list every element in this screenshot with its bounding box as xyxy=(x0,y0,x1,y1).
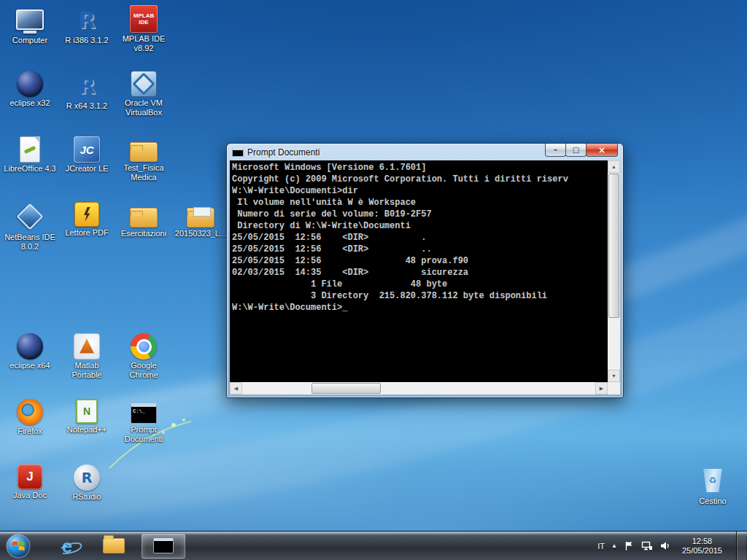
console-line: Copyright (c) 2009 Microsoft Corporation… xyxy=(232,174,605,185)
console[interactable]: Microsoft Windows [Versione 6.1.7601]Cop… xyxy=(230,160,620,394)
libreoffice-icon xyxy=(20,136,40,163)
maximize-button[interactable]: □ xyxy=(565,144,587,157)
folder-icon xyxy=(130,142,158,162)
desktop-icon-label: R i386 3.1.2 xyxy=(59,36,115,45)
desktop-icon-google-chrome[interactable]: Google Chrome xyxy=(115,331,172,397)
desktop-icon-label: MPLAB IDE v8.92 xyxy=(116,34,171,53)
desktop-icon-libreoffice-43[interactable]: LibreOffice 4.3 xyxy=(1,134,58,200)
desktop-icon-label: Prompt Documenti xyxy=(116,425,171,444)
desktop-icon-java-doc[interactable]: JJava Doc xyxy=(1,462,58,528)
flag-icon xyxy=(624,540,635,551)
volume-button[interactable] xyxy=(659,540,671,551)
desktop-icon-r-i386-312[interactable]: RR i386 3.1.2 xyxy=(58,3,115,69)
r-icon: R xyxy=(72,5,101,34)
close-button[interactable]: × xyxy=(586,144,618,157)
desktop-icon-20150323-l[interactable]: 20150323_L... xyxy=(172,200,229,265)
firefox-icon xyxy=(17,399,43,425)
cmd-window-title: Prompt Documenti xyxy=(247,147,320,158)
console-line: 25/05/2015 12:56 48 prova.f90 xyxy=(232,255,605,267)
recycle-bin-icon: ♻ xyxy=(703,469,723,492)
desktop-icon-label: NetBeans IDE 8.0.2 xyxy=(2,233,58,252)
desktop-icon-esercitazioni[interactable]: Esercitazioni xyxy=(115,200,172,265)
speaker-icon xyxy=(659,540,671,551)
scroll-up-button[interactable]: ▲ xyxy=(608,160,620,173)
desktop-icon-notepad-plus-plus[interactable]: NNotepad++ xyxy=(58,397,115,462)
language-indicator[interactable]: IT xyxy=(597,542,605,551)
console-output[interactable]: Microsoft Windows [Versione 6.1.7601]Cop… xyxy=(232,162,605,380)
network-icon xyxy=(641,540,653,551)
taskbar-explorer-button[interactable] xyxy=(95,534,133,559)
network-button[interactable] xyxy=(641,540,653,551)
r-icon: R xyxy=(72,71,101,100)
hidden-icons-button[interactable]: ▲ xyxy=(611,542,617,549)
desktop-icon-eclipse-x32[interactable]: eclipse x32 xyxy=(1,69,58,134)
desktop-icon-test-fisica-medica[interactable]: Test_Fisica Medica xyxy=(115,134,172,200)
desktop-icon-label: Google Chrome xyxy=(116,361,171,380)
start-button[interactable] xyxy=(0,532,36,560)
horizontal-scrollbar[interactable]: ◀ ▶ xyxy=(230,382,608,394)
desktop-icon-label: RStudio xyxy=(59,492,115,502)
desktop-icon-computer[interactable]: Computer xyxy=(1,3,58,69)
vertical-scrollbar[interactable]: ▲ ▼ xyxy=(608,160,620,382)
system-tray: IT ▲ 12:58 25/05/2015 xyxy=(597,532,747,560)
desktop-icon-prompt-documenti[interactable]: C:\_Prompt Documenti xyxy=(115,397,172,462)
desktop-icon-label: eclipse x32 xyxy=(2,98,58,108)
netbeans-icon xyxy=(15,202,44,231)
minimize-button[interactable]: – xyxy=(545,144,566,157)
desktop-icon-label: Test_Fisica Medica xyxy=(116,163,171,182)
clock[interactable]: 12:58 25/05/2015 xyxy=(678,537,727,556)
action-center-button[interactable] xyxy=(624,540,635,551)
clock-time: 12:58 xyxy=(682,537,722,546)
show-desktop-button[interactable] xyxy=(736,532,746,560)
console-line: Il volume nell'unità W è Workspace xyxy=(232,197,605,209)
desktop-icon-netbeans-ide-802[interactable]: NetBeans IDE 8.0.2 xyxy=(1,200,58,265)
desktop-icon-label: eclipse x64 xyxy=(2,361,58,370)
explorer-folder-icon xyxy=(103,538,125,553)
desktop-icon-mplab-ide[interactable]: MPLAB IDEMPLAB IDE v8.92 xyxy=(115,3,172,69)
mplab-icon: MPLAB IDE xyxy=(130,5,158,33)
desktop-icon-rstudio[interactable]: RRStudio xyxy=(58,462,115,528)
desktop-icon-label: JCreator LE xyxy=(59,164,115,174)
console-line: 25/05/2015 12:56 <DIR> . xyxy=(232,232,605,244)
scroll-left-button[interactable]: ◀ xyxy=(230,382,242,394)
console-window-icon[interactable] xyxy=(232,147,244,157)
cmd-titlebar[interactable]: Prompt Documenti – □ × xyxy=(227,144,623,160)
taskbar-cmd-button[interactable] xyxy=(142,534,185,559)
desktop-icon-firefox[interactable]: Firefox xyxy=(1,397,58,462)
scroll-down-button[interactable]: ▼ xyxy=(608,370,620,382)
console-line: 1 File 48 byte xyxy=(232,279,605,290)
desktop-icon-label: Esercitazioni xyxy=(116,229,171,238)
console-line: Microsoft Windows [Versione 6.1.7601] xyxy=(232,162,605,174)
eclipse-icon xyxy=(17,71,43,97)
vertical-scroll-thumb[interactable] xyxy=(608,174,619,318)
desktop-icon-label: Lettore PDF xyxy=(59,228,115,238)
window-caption-buttons: – □ × xyxy=(546,144,618,157)
rstudio-icon: R xyxy=(74,464,100,491)
scroll-right-button[interactable]: ▶ xyxy=(595,382,608,394)
desktop-icons: ComputerRR i386 3.1.2MPLAB IDEMPLAB IDE … xyxy=(1,3,229,528)
desktop-icon-matlab-portable[interactable]: Matlab Portable xyxy=(58,331,115,397)
desktop-icon-jcreator-le[interactable]: JCJCreator LE xyxy=(58,134,115,200)
desktop-icon-cestino[interactable]: ♻ Cestino xyxy=(684,464,741,506)
matlab-icon xyxy=(74,333,100,359)
desktop-icon-label: R x64 3.1.2 xyxy=(59,101,115,111)
console-line: Directory di W:\W-Write\Documenti xyxy=(232,220,605,232)
prompt-icon: C:\_ xyxy=(131,403,157,424)
taskbar: e IT ▲ xyxy=(0,531,747,560)
desktop-icon-oracle-vm-virtualbox[interactable]: Oracle VM VirtualBox xyxy=(115,69,172,134)
console-icon xyxy=(153,538,174,553)
desktop-icon-label: Notepad++ xyxy=(59,425,115,435)
taskbar-ie-button[interactable]: e xyxy=(48,534,86,559)
desktop-icon-r-x64-312[interactable]: RR x64 3.1.2 xyxy=(58,69,115,134)
cmd-window: Prompt Documenti – □ × Microsoft Windows… xyxy=(226,143,624,398)
desktop-icon-label: Cestino xyxy=(685,497,740,506)
desktop-icon-label: Java Doc xyxy=(2,491,58,500)
taskbar-items: e xyxy=(48,532,185,560)
desktop[interactable]: ComputerRR i386 3.1.2MPLAB IDEMPLAB IDE … xyxy=(0,0,747,531)
console-line: 25/05/2015 12:56 <DIR> .. xyxy=(232,244,605,255)
desktop-icon-label: Computer xyxy=(2,36,58,45)
desktop-icon-eclipse-x64[interactable]: eclipse x64 xyxy=(1,331,58,397)
desktop-icon-lettore-pdf[interactable]: Lettore PDF xyxy=(58,200,115,265)
horizontal-scroll-thumb[interactable] xyxy=(311,383,381,394)
desktop-icon-label: Firefox xyxy=(2,427,58,436)
